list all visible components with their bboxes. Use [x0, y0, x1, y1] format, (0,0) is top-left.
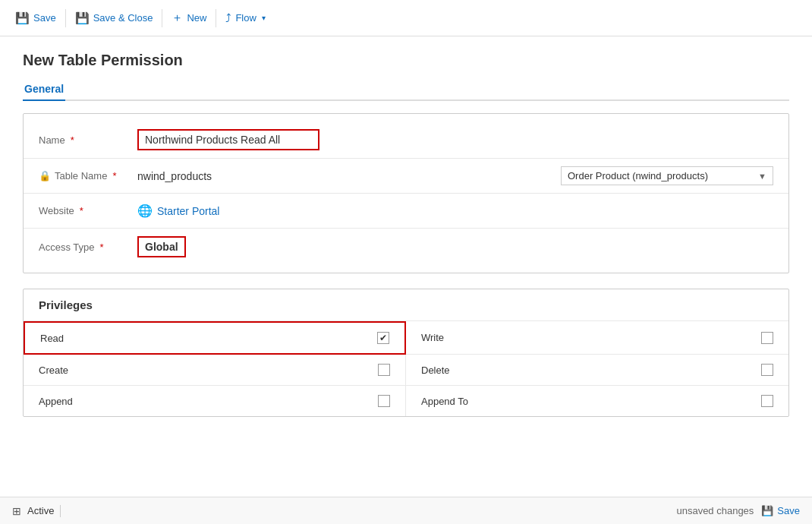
name-label: Name *	[39, 134, 137, 146]
flow-icon: ⤴	[225, 11, 231, 24]
status-bar: ⊞ Active unsaved changes 💾 Save	[0, 497, 812, 524]
table-name-value: nwind_products	[137, 170, 561, 182]
append-label: Append	[39, 396, 378, 407]
privilege-read-row: Read ✔	[24, 321, 406, 355]
delete-checkbox[interactable]	[761, 364, 773, 376]
append-to-label: Append To	[421, 396, 761, 407]
table-dropdown[interactable]: Order Product (nwind_products) ▼	[561, 166, 773, 185]
save-icon: 💾	[15, 11, 30, 25]
toolbar-divider-3	[216, 9, 216, 27]
status-divider	[60, 505, 61, 517]
privileges-grid: Read ✔ Write Create Delete Append	[24, 321, 788, 416]
new-button[interactable]: ＋ New	[164, 6, 214, 30]
write-label: Write	[421, 332, 761, 343]
flow-chevron-icon: ▾	[262, 14, 266, 22]
access-type-value: Global	[137, 236, 773, 257]
status-save-icon: 💾	[761, 505, 773, 516]
status-window-icon: ⊞	[12, 505, 21, 517]
page-title: New Table Permission	[23, 52, 789, 69]
website-row: Website * 🌐 Starter Portal	[24, 194, 788, 229]
flow-button[interactable]: ⤴ Flow ▾	[218, 7, 272, 29]
access-type-label: Access Type *	[39, 241, 137, 253]
status-save-button[interactable]: 💾 Save	[761, 505, 800, 516]
read-checkbox[interactable]: ✔	[377, 332, 389, 344]
save-close-icon: 💾	[75, 11, 90, 25]
privileges-section: Privileges Read ✔ Write Create Delete	[23, 289, 789, 417]
website-label: Website *	[39, 205, 137, 216]
access-type-box[interactable]: Global	[137, 236, 186, 257]
privilege-create-row: Create	[24, 355, 406, 386]
table-name-row: 🔒 Table Name * nwind_products Order Prod…	[24, 159, 788, 194]
access-type-required: *	[99, 241, 103, 253]
privilege-delete-row: Delete	[406, 355, 788, 386]
website-link[interactable]: 🌐 Starter Portal	[137, 204, 773, 218]
toolbar: 💾 Save 💾 Save & Close ＋ New ⤴ Flow ▾	[0, 0, 812, 36]
tab-bar: General	[23, 78, 789, 101]
name-input[interactable]: Northwind Products Read All	[137, 129, 319, 150]
toolbar-divider-2	[162, 9, 162, 27]
website-value: 🌐 Starter Portal	[137, 204, 773, 218]
unsaved-changes: unsaved changes	[676, 505, 754, 516]
create-checkbox[interactable]	[378, 364, 390, 376]
name-row: Name * Northwind Products Read All	[24, 122, 788, 159]
table-name-label: 🔒 Table Name *	[39, 170, 137, 182]
write-checkbox[interactable]	[761, 332, 773, 344]
main-content: New Table Permission General Name * Nort…	[0, 36, 812, 497]
privilege-write-row: Write	[406, 321, 788, 355]
name-required: *	[71, 134, 74, 146]
privilege-append-to-row: Append To	[406, 386, 788, 416]
privilege-append-row: Append	[24, 386, 406, 416]
save-button[interactable]: 💾 Save	[8, 7, 64, 30]
tab-general[interactable]: General	[23, 78, 65, 101]
append-checkbox[interactable]	[378, 395, 390, 407]
table-name-required: *	[112, 170, 116, 182]
delete-label: Delete	[421, 365, 761, 376]
append-to-checkbox[interactable]	[761, 395, 773, 407]
general-section: Name * Northwind Products Read All 🔒 Tab…	[23, 113, 789, 273]
save-close-button[interactable]: 💾 Save & Close	[68, 7, 161, 30]
status-left: ⊞ Active	[12, 505, 61, 517]
read-label: Read	[40, 333, 377, 344]
status-active: Active	[27, 505, 54, 516]
privileges-title: Privileges	[24, 289, 788, 321]
dropdown-chevron-icon: ▼	[758, 172, 766, 181]
name-value: Northwind Products Read All	[137, 129, 773, 150]
new-icon: ＋	[172, 11, 183, 25]
status-right: unsaved changes 💾 Save	[676, 505, 800, 516]
globe-icon: 🌐	[137, 204, 153, 218]
lock-icon: 🔒	[39, 170, 51, 182]
create-label: Create	[39, 365, 378, 376]
website-required: *	[80, 205, 83, 216]
toolbar-divider-1	[65, 9, 66, 27]
access-type-row: Access Type * Global	[24, 229, 788, 265]
